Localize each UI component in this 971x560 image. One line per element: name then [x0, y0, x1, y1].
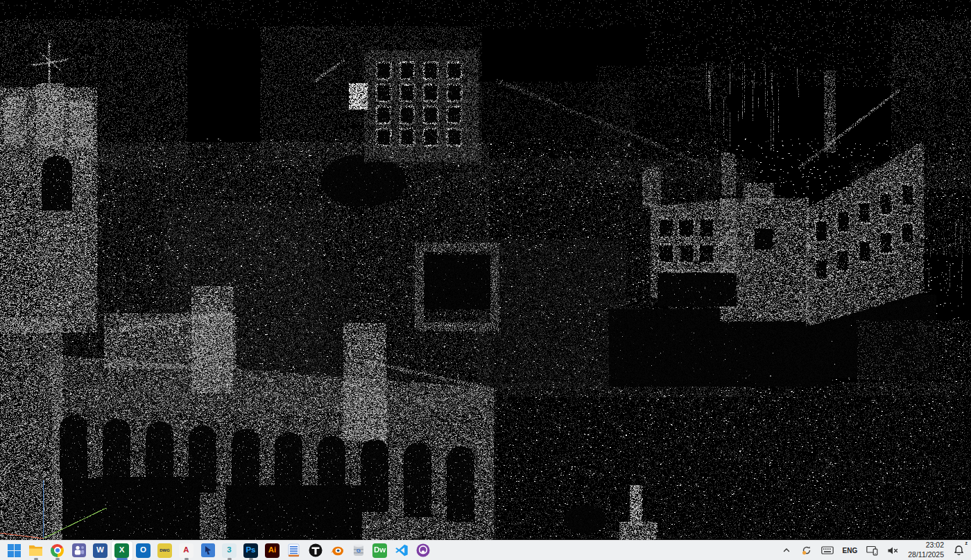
microsoft-excel-running-indicator [117, 558, 128, 560]
tray-chevron-icon[interactable] [780, 542, 793, 559]
sync-tray-icon[interactable] [800, 542, 814, 559]
autocad-icon: A [179, 543, 194, 558]
blender-icon [329, 543, 344, 557]
notification-bell-icon[interactable]: z [952, 542, 965, 559]
notes-app-icon [287, 543, 300, 557]
illustrator-icon: Ai [265, 543, 280, 558]
3ds-max-running-indicator [227, 558, 232, 560]
network-display-icon[interactable] [865, 542, 879, 559]
autodesk-recap-icon [201, 543, 215, 557]
volume-muted-icon[interactable] [886, 542, 900, 559]
microsoft-word-taskbar-button[interactable]: W [90, 541, 111, 560]
blender-taskbar-button[interactable] [327, 541, 347, 560]
microsoft-outlook-taskbar-button[interactable]: O [133, 541, 154, 560]
microsoft-excel-icon: X [114, 543, 129, 558]
google-chrome-running-indicator [55, 558, 60, 560]
point-cloud-viewer [0, 0, 971, 540]
tray-time: 23:02 [908, 541, 944, 550]
language-label: ENG [843, 547, 858, 554]
tray-date: 28/11/2025 [908, 550, 944, 560]
point-cloud-viewport[interactable] [0, 0, 971, 540]
3ds-max-taskbar-button[interactable]: 3 [219, 541, 240, 560]
twinmotion-icon [309, 543, 323, 557]
cylinder-app-taskbar-button[interactable]: G [348, 541, 369, 560]
microsoft-outlook-icon: O [136, 543, 151, 558]
start-icon [8, 544, 21, 557]
photoshop-taskbar-button[interactable]: Ps [241, 541, 261, 560]
system-tray: ENG 23:02 28/11/2025 [780, 541, 971, 560]
file-explorer-icon [28, 544, 43, 557]
language-indicator[interactable]: ENG [841, 542, 859, 559]
photoshop-icon: Ps [243, 543, 258, 558]
microsoft-word-icon: W [93, 543, 108, 558]
bell-dnd-z: z [965, 541, 968, 545]
dreamweaver-taskbar-button[interactable]: Dw [370, 541, 390, 560]
twinmotion-taskbar-button[interactable] [305, 541, 326, 560]
notes-app-taskbar-button[interactable] [284, 541, 304, 560]
desktop-screen: WXODWGA3PsAiGDw [0, 0, 971, 560]
github-desktop-taskbar-button[interactable] [413, 541, 433, 560]
microsoft-teams-taskbar-button[interactable] [69, 541, 89, 560]
dwg-trueview-icon: DWG [157, 543, 172, 558]
vs-code-taskbar-button[interactable] [391, 541, 412, 560]
photoshop-running-indicator [249, 558, 253, 560]
dwg-trueview-taskbar-button[interactable]: DWG [155, 541, 175, 560]
autocad-running-indicator [184, 558, 189, 560]
microsoft-excel-taskbar-button[interactable]: X [112, 541, 132, 560]
clock[interactable]: 23:02 28/11/2025 [906, 542, 945, 559]
touch-keyboard-icon[interactable] [820, 542, 835, 559]
github-desktop-icon [416, 543, 430, 557]
cylinder-app-icon: G [353, 543, 364, 557]
taskbar: WXODWGA3PsAiGDw [0, 540, 971, 560]
taskbar-pinned-apps: WXODWGA3PsAiGDw [0, 541, 433, 560]
3ds-max-icon: 3 [222, 543, 237, 558]
autodesk-recap-taskbar-button[interactable] [198, 541, 218, 560]
start-taskbar-button[interactable] [4, 541, 25, 560]
autocad-taskbar-button[interactable]: A [176, 541, 197, 560]
google-chrome-taskbar-button[interactable] [47, 541, 68, 560]
microsoft-teams-icon [72, 543, 86, 557]
vs-code-icon [395, 543, 409, 557]
svg-text:G: G [356, 548, 360, 554]
dreamweaver-icon: Dw [372, 543, 387, 558]
file-explorer-taskbar-button[interactable] [26, 541, 46, 560]
file-explorer-running-indicator [34, 558, 38, 560]
illustrator-taskbar-button[interactable]: Ai [262, 541, 283, 560]
google-chrome-icon [51, 544, 64, 557]
